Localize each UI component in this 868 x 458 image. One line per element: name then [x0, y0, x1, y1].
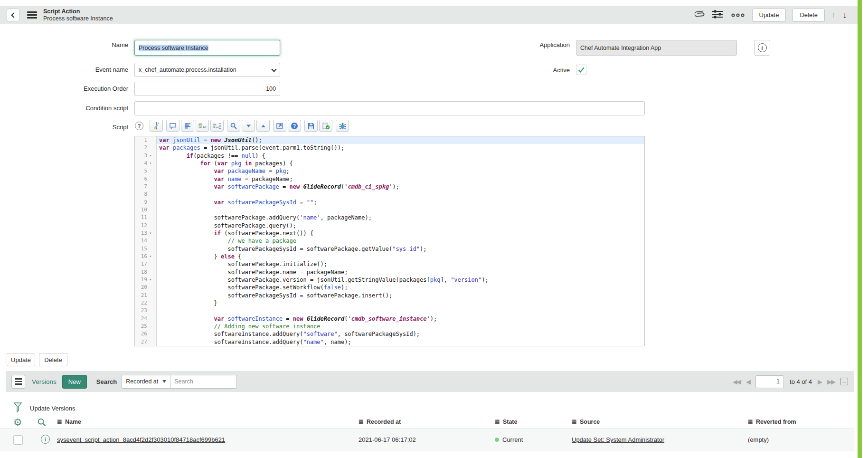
column-header-source[interactable]: ≣Source — [572, 418, 600, 425]
help-icon[interactable]: ? — [288, 120, 301, 132]
event-name-select[interactable]: x_chef_automate.process.installation — [134, 63, 280, 77]
column-menu-icon: ≣ — [495, 418, 500, 425]
list-context-menu-icon[interactable] — [11, 375, 25, 389]
debug-icon[interactable] — [336, 120, 349, 132]
line-number: 20 — [135, 284, 156, 291]
column-header-recorded-at[interactable]: ≣Recorded at — [359, 418, 401, 425]
update-button-header[interactable]: Update — [752, 9, 786, 22]
event-name-value: x_chef_automate.process.installation — [139, 67, 236, 73]
line-number: 19▾ — [135, 276, 156, 284]
execution-order-value: 100 — [266, 86, 276, 92]
code-line: } else { — [157, 253, 644, 260]
code-line: softwarePackage.version = jsonUtil.getSt… — [157, 276, 644, 284]
info-icon: i — [758, 43, 767, 52]
list-settings-gear-icon[interactable]: ⚙ — [13, 417, 22, 427]
search-field-chevron-icon — [162, 380, 166, 383]
replace-icon[interactable]: abac — [196, 120, 209, 132]
page-number-input[interactable]: 1 — [755, 375, 784, 388]
condition-script-input[interactable] — [134, 101, 645, 115]
breadcrumb-text[interactable]: Update Versions — [30, 405, 75, 412]
list-search-input[interactable] — [170, 375, 237, 389]
format-code-icon[interactable] — [181, 120, 194, 132]
syntax-editor-icon[interactable] — [150, 120, 163, 132]
last-page-icon[interactable]: ▶▶ — [827, 378, 835, 385]
active-checkbox[interactable] — [576, 65, 586, 75]
code-line — [157, 191, 644, 198]
script-help-icon[interactable]: ? — [135, 122, 143, 130]
script-editor-toolbar: ? abacabac? — [135, 120, 349, 132]
list-search-icon[interactable] — [37, 418, 47, 429]
delete-button-footer[interactable]: Delete — [39, 353, 67, 366]
line-number: 6 — [135, 175, 156, 183]
line-number: 23 — [135, 307, 156, 315]
line-number: 12 — [135, 222, 156, 229]
line-number: 25 — [135, 323, 156, 330]
find-next-icon[interactable] — [242, 120, 255, 132]
filter-icon[interactable] — [13, 402, 22, 415]
svg-text:ab: ab — [198, 122, 202, 126]
row-source-link[interactable]: Update Set: System Administrator — [572, 436, 664, 443]
application-info-button[interactable]: i — [754, 40, 770, 56]
condition-script-label: Condition script — [33, 105, 128, 112]
name-input[interactable]: Process software Instance — [134, 40, 280, 56]
related-list-title: Versions — [32, 378, 57, 385]
scope-edge-stripe — [858, 0, 862, 458]
name-input-selected-text: Process software Instance — [139, 45, 208, 51]
related-list-header-bar: Versions New Search Recorded at ◀◀ ◀ 1 t… — [6, 371, 854, 392]
code-line: // Adding new software instance — [157, 323, 644, 330]
find-icon[interactable] — [227, 120, 240, 132]
line-number: 27 — [135, 338, 156, 346]
form-header: Script Action Process software Instance … — [0, 6, 858, 24]
previous-record-icon[interactable]: ↑ — [831, 10, 836, 20]
new-button[interactable]: New — [62, 375, 87, 389]
update-button-footer[interactable]: Update — [7, 353, 35, 366]
replace-all-icon[interactable]: abac — [210, 120, 224, 132]
line-number: 16▾ — [135, 253, 156, 260]
search-field-value: Recorded at — [126, 378, 158, 385]
table-row[interactable]: i sysevent_script_action_8acd4f2d2f30301… — [0, 429, 854, 450]
record-type-title: Script Action — [43, 8, 113, 15]
syntax-check-icon[interactable] — [319, 120, 332, 132]
code-line: var softwarePackage = new GlideRecord('c… — [157, 183, 644, 191]
search-field-select[interactable]: Recorded at — [122, 375, 170, 389]
line-number: 5 — [135, 167, 156, 175]
column-header-state[interactable]: ≣State — [495, 418, 517, 425]
save-icon[interactable] — [304, 120, 318, 132]
code-line: softwarePackage.initialize(); — [157, 260, 644, 268]
execution-order-input[interactable]: 100 — [134, 82, 280, 96]
search-label: Search — [96, 378, 117, 385]
column-menu-icon: ≣ — [572, 418, 577, 425]
line-number: 9 — [135, 199, 156, 206]
code-line: softwarePackage.addQuery('name', package… — [157, 214, 644, 221]
collapse-list-icon[interactable]: – — [840, 378, 848, 385]
find-previous-icon[interactable] — [256, 120, 270, 132]
personalize-form-icon[interactable] — [711, 9, 724, 21]
event-name-label: Event name — [33, 66, 128, 73]
script-code-editor[interactable]: 123▾4▾5678910111213▾141516▾171819▾202122… — [134, 136, 645, 346]
next-page-icon[interactable]: ▶ — [818, 378, 821, 385]
toggle-comment-icon[interactable] — [166, 120, 179, 132]
more-options-icon[interactable] — [730, 11, 745, 19]
column-header-name[interactable]: ≣Name — [57, 418, 81, 425]
column-menu-icon: ≣ — [748, 418, 753, 425]
back-button[interactable] — [7, 9, 19, 21]
previous-page-icon[interactable]: ◀ — [746, 378, 750, 385]
list-pagination: ◀◀ ◀ 1 to 4 of 4 ▶ ▶▶ – — [733, 375, 848, 388]
attachment-icon[interactable] — [695, 9, 705, 21]
next-record-icon[interactable]: ↓ — [843, 10, 848, 20]
code-line: softwarePackage.setWorkflow(false); — [157, 284, 644, 291]
code-line: var softwarePackageSysId = ""; — [157, 199, 644, 206]
row-name-link[interactable]: sysevent_script_action_8acd4f2d2f303010f… — [57, 436, 225, 443]
code-line: var name = packageName; — [157, 175, 644, 183]
delete-button-header[interactable]: Delete — [793, 9, 825, 22]
first-page-icon[interactable]: ◀◀ — [733, 378, 740, 385]
column-header-reverted-from[interactable]: ≣Reverted from — [748, 418, 796, 425]
code-line: softwareInstance.addQuery("name", name); — [157, 338, 644, 346]
row-info-button[interactable]: i — [41, 435, 50, 444]
form-context-menu-icon[interactable] — [27, 11, 37, 19]
row-checkbox[interactable] — [13, 435, 23, 445]
code-line: softwarePackage.query(); — [157, 222, 644, 229]
line-number: 26 — [135, 330, 156, 338]
open-in-new-window-icon[interactable] — [273, 120, 286, 132]
code-line: var jsonUtil = new JsonUtil(); — [157, 136, 644, 144]
